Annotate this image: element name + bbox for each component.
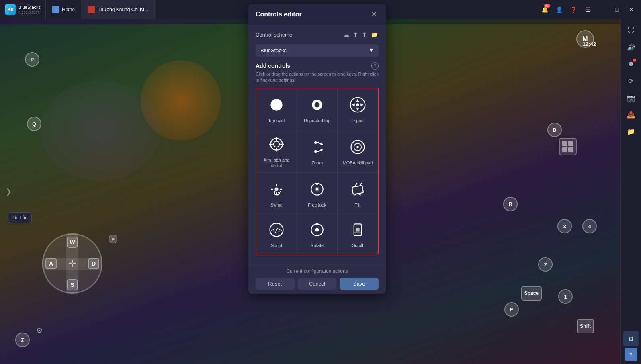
expand-button[interactable]: ⛶	[623, 22, 639, 38]
control-rotate[interactable]: Rotate	[297, 213, 337, 254]
svg-rect-36	[356, 228, 359, 232]
key-e[interactable]: E	[504, 302, 519, 317]
tab-game[interactable]: Thương Khung Chi Ki...	[82, 0, 155, 19]
control-scheme-label: Control scheme	[256, 32, 292, 38]
svg-rect-25	[352, 186, 363, 195]
current-config-label: Current configuration actions	[256, 268, 379, 274]
key-a[interactable]: A	[45, 258, 57, 269]
script-icon: </>	[267, 220, 286, 239]
cancel-button[interactable]: Cancel	[298, 278, 337, 290]
key-z[interactable]: Z	[15, 333, 30, 347]
download-button[interactable]: 📥	[623, 107, 639, 122]
help-button[interactable]: ❓	[567, 3, 580, 16]
key-2[interactable]: 2	[538, 257, 553, 272]
volume-button[interactable]: 🔊	[623, 39, 639, 55]
add-controls-help-icon[interactable]: ?	[371, 62, 379, 70]
control-repeated-tap[interactable]: Repeated tap	[297, 88, 337, 129]
key-space[interactable]: Space	[521, 286, 542, 301]
svg-marker-6	[352, 103, 354, 106]
aim-pan-shoot-icon	[267, 135, 286, 154]
maximize-button[interactable]: □	[610, 3, 623, 16]
screenshot-button[interactable]: 📷	[623, 90, 639, 105]
reset-button[interactable]: Reset	[256, 278, 295, 290]
add-controls-section: Add controls ? Click or drag the actions…	[256, 62, 379, 84]
rotate-button[interactable]: ⟳	[623, 73, 639, 88]
close-button[interactable]: ✕	[625, 3, 638, 16]
key-d[interactable]: D	[88, 258, 99, 269]
sidebar-settings[interactable]: ⚙	[623, 331, 639, 346]
grid-icon-button[interactable]	[559, 138, 577, 155]
key-s[interactable]: S	[67, 279, 78, 290]
svg-point-31	[315, 228, 319, 232]
moba-skill-pad-label: MOBA skill pad	[343, 160, 373, 166]
control-tap-spot[interactable]: Tap spot	[256, 88, 297, 129]
menu-button[interactable]: ☰	[582, 3, 594, 16]
key-1[interactable]: 1	[558, 289, 573, 304]
top-bar-right: 🔔 59 👤 ❓ ☰ ─ □ ✕	[538, 3, 641, 16]
rotate-label: Rotate	[311, 243, 324, 248]
add-controls-desc: Click or drag the actions on the screen …	[256, 71, 379, 84]
control-zoom[interactable]: Zoom	[297, 129, 337, 173]
control-scroll[interactable]: Scroll	[338, 213, 378, 254]
game-settings-icon[interactable]: ⚙	[36, 326, 43, 335]
left-arrow[interactable]: ❯	[6, 187, 12, 196]
key-r[interactable]: R	[503, 197, 518, 211]
notification-button[interactable]: 🔔 59	[538, 3, 551, 16]
rotate-icon	[307, 220, 327, 239]
control-swipe[interactable]: Swipe	[256, 173, 297, 213]
swipe-icon	[267, 180, 286, 199]
key-b[interactable]: B	[547, 123, 562, 137]
grid-cell	[568, 141, 573, 146]
minimize-button[interactable]: ─	[596, 3, 609, 16]
key-4[interactable]: 4	[582, 219, 597, 233]
svg-point-15	[314, 141, 317, 144]
svg-point-19	[356, 146, 359, 148]
key-3[interactable]: 3	[557, 219, 572, 233]
tab-home[interactable]: Home	[46, 0, 82, 19]
add-controls-title: Add controls	[256, 63, 290, 69]
tin-tuc-button[interactable]: Tin Tức	[8, 212, 32, 223]
export-icon[interactable]: ⬆	[352, 31, 359, 39]
editor-title: Controls editor	[256, 11, 302, 18]
key-w[interactable]: W	[67, 237, 78, 248]
svg-point-23	[316, 188, 318, 190]
svg-point-0	[270, 99, 282, 110]
control-scheme-row: Control scheme ☁ ⬆ ⬆ 📁	[256, 31, 379, 39]
moba-skill-pad-icon	[348, 137, 367, 157]
key-q[interactable]: Q	[27, 117, 41, 131]
control-aim-pan-shoot[interactable]: Aim, pan and shoot	[256, 129, 297, 173]
svg-line-26	[356, 184, 357, 186]
editor-body: Control scheme ☁ ⬆ ⬆ 📁 BlueStacks ▼ Add …	[248, 25, 386, 264]
svg-marker-7	[360, 103, 363, 106]
control-script[interactable]: </> Script	[256, 213, 297, 254]
control-moba-skill-pad[interactable]: MOBA skill pad	[338, 129, 378, 173]
save-button[interactable]: Save	[340, 278, 379, 290]
control-tilt[interactable]: Tilt	[338, 173, 378, 213]
control-free-look[interactable]: Free look	[297, 173, 337, 213]
menu-icon: ☰	[586, 6, 591, 13]
profile-button[interactable]: 👤	[553, 3, 565, 16]
svg-marker-4	[356, 99, 359, 102]
share-icon[interactable]: ⬆	[361, 31, 368, 39]
grid-cell	[562, 147, 567, 152]
close-dpad[interactable]: ✕	[109, 235, 117, 243]
key-shift[interactable]: Shift	[577, 319, 594, 333]
scheme-selector[interactable]: BlueStacks ▼	[256, 44, 379, 57]
cloud-save-icon[interactable]: ☁	[343, 31, 350, 39]
svg-point-16	[314, 150, 317, 153]
d-pad-label: D-pad	[352, 118, 364, 123]
editor-close-button[interactable]: ✕	[369, 10, 379, 19]
minimize-icon: ─	[600, 6, 604, 13]
key-p[interactable]: P	[25, 52, 39, 67]
editor-header: Controls editor ✕	[248, 4, 386, 25]
help-sidebar-button[interactable]: ?	[625, 348, 637, 361]
controls-editor-dialog: Controls editor ✕ Control scheme ☁ ⬆ ⬆ 📁…	[248, 4, 386, 294]
scroll-label: Scroll	[352, 243, 363, 248]
control-d-pad[interactable]: D-pad	[338, 88, 378, 129]
folder-icon[interactable]: 📁	[370, 31, 379, 39]
record-button[interactable]: ⏺	[623, 56, 639, 72]
maximize-icon: □	[615, 6, 618, 13]
grid-cell	[568, 147, 573, 152]
free-look-icon	[307, 180, 327, 199]
folder-button[interactable]: 📁	[623, 124, 639, 139]
